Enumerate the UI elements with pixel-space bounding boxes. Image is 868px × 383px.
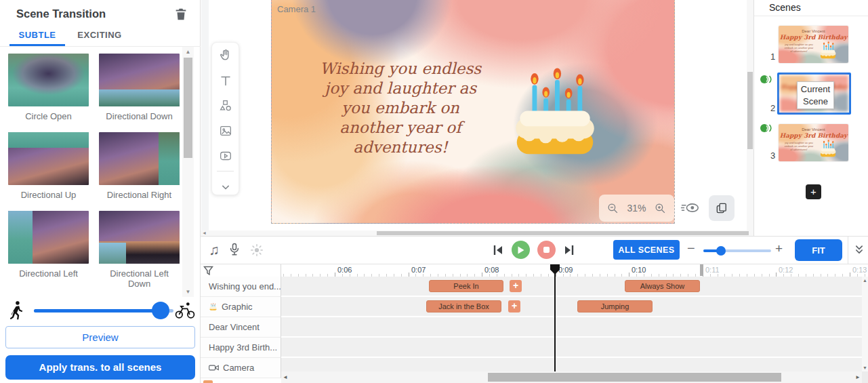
pan-hand-tool[interactable]	[212, 43, 239, 68]
scene-card-blurb: joy and laughter as you embark on anothe…	[784, 43, 814, 53]
timeline-zoom-thumb[interactable]	[716, 246, 726, 256]
timeline-zoom-slider[interactable]	[703, 249, 771, 252]
canvas-vscrollbar-thumb[interactable]	[747, 72, 753, 149]
text-tool[interactable]	[212, 68, 239, 93]
tab-exciting[interactable]: EXCITING	[73, 27, 126, 46]
birthday-cake-graphic[interactable]	[503, 60, 606, 163]
transition-toggle-1[interactable]	[760, 74, 773, 87]
scrollbar-thumb[interactable]	[184, 58, 192, 158]
zoom-in-button[interactable]	[654, 202, 667, 215]
card-text[interactable]: Wishing you endlessjoy and laughter asyo…	[299, 59, 502, 157]
timeline-row-label[interactable]: Graphic	[201, 297, 281, 317]
timeline-zoom-in-button[interactable]: +	[775, 241, 783, 256]
timeline-hscroll-right-arrow[interactable]: ►	[855, 371, 861, 383]
scene-3-preview: Dear Vincent Happy 3rd Birthday joy and …	[779, 124, 848, 161]
timeline-lane[interactable]	[281, 317, 862, 336]
skip-to-end-button[interactable]	[563, 244, 575, 256]
timeline-hscroll-left-arrow[interactable]: ◄	[283, 371, 288, 383]
transition-speed-slider[interactable]	[34, 309, 173, 313]
timeline-bar[interactable]: Peek In	[429, 280, 503, 292]
timeline-bar[interactable]: Jumping	[577, 300, 653, 313]
transition-thumbnail[interactable]	[99, 132, 180, 185]
music-button[interactable]: ♫	[209, 242, 220, 258]
zoom-out-button[interactable]	[606, 202, 619, 215]
transition-card[interactable]: Directional Left	[8, 211, 89, 289]
scene-item-1[interactable]: Dear Vincent Happy 3rd Birthday joy and …	[779, 26, 848, 63]
transition-scrollbar[interactable]: ▲ ▼	[182, 47, 194, 297]
apply-transition-button[interactable]: Apply trans. to all scenes	[5, 355, 195, 380]
scene-item-2-current[interactable]: Happy 3rd Birthday Current Scene	[777, 73, 851, 115]
transition-toggle-2[interactable]	[760, 123, 773, 136]
add-scene-button[interactable]: +	[806, 184, 821, 199]
scene-item-3[interactable]: Dear Vincent Happy 3rd Birthday joy and …	[779, 124, 848, 161]
timeline-bar[interactable]: Jack in the Box	[426, 300, 501, 313]
transition-label: Directional Left Down	[99, 268, 180, 289]
scrollbar-down-arrow[interactable]: ▼	[182, 287, 194, 297]
row-label-text: Wishing you end...	[209, 281, 281, 291]
ruler-time-label: 0:11	[705, 266, 720, 274]
stage-canvas[interactable]: Camera 1 Wishing you endlessjoy and laug…	[271, 0, 675, 224]
collapse-timeline-button[interactable]	[852, 243, 866, 257]
skip-to-start-button[interactable]	[492, 244, 504, 256]
add-effect-button[interactable]: +	[508, 300, 520, 313]
image-tool[interactable]	[212, 118, 239, 143]
transition-thumbnail[interactable]	[99, 211, 180, 264]
timeline-row-label[interactable]: Happy 3rd Birth...	[201, 338, 281, 358]
microphone-button[interactable]	[228, 242, 241, 258]
audio-controls: ♫	[209, 242, 264, 258]
fit-button[interactable]: FIT	[795, 239, 842, 261]
transition-card[interactable]: Directional Left Down	[99, 211, 180, 289]
brightness-button[interactable]	[249, 243, 264, 258]
timeline-row-label[interactable]: Camera	[201, 358, 281, 378]
trash-icon	[173, 7, 188, 22]
timeline-bar[interactable]: Always Show	[625, 280, 700, 292]
scene-card-to: Dear Vincent	[779, 127, 848, 132]
timeline-hscroll-thumb[interactable]	[488, 373, 781, 382]
toolbar-more-button[interactable]	[212, 174, 239, 199]
tab-subtle[interactable]: SUBTLE	[9, 27, 65, 46]
transition-grid: Circle OpenDirectional DownDirectional U…	[8, 54, 182, 297]
scene-cake-icon	[818, 40, 838, 60]
canvas-hscrollbar-thumb[interactable]	[377, 231, 749, 235]
timeline-vscroll-up-arrow[interactable]: ▲	[862, 278, 868, 283]
preview-button[interactable]: Preview	[5, 326, 195, 348]
timeline-lane[interactable]: Peek InAlways Show+	[281, 277, 862, 296]
timeline-zoom-out-button[interactable]: −	[687, 241, 695, 256]
timeline-ruler[interactable]: 0:060:070:080:090:100:110:120:13	[281, 264, 868, 277]
transition-thumbnail[interactable]	[8, 211, 89, 264]
hscrollbar-left-arrow[interactable]: ◄	[202, 230, 207, 236]
transition-thumbnail[interactable]	[8, 132, 89, 185]
add-effect-button[interactable]: +	[510, 280, 522, 292]
skip-end-icon	[563, 244, 575, 256]
duplicate-button[interactable]	[709, 195, 735, 221]
transition-card[interactable]: Directional Right	[99, 132, 180, 200]
scrollbar-up-arrow[interactable]: ▲	[182, 47, 194, 57]
transition-card[interactable]: Directional Down	[99, 54, 180, 121]
transition-thumbnail[interactable]	[8, 54, 89, 106]
timeline-row-label[interactable]: Wishing you end...	[201, 277, 281, 297]
timeline-vscroll-down-arrow[interactable]: ▼	[862, 365, 868, 370]
timeline-vertical-scrollbar[interactable]: ▲ ▼	[862, 277, 868, 371]
transition-card[interactable]: Circle Open	[8, 54, 89, 121]
speed-slider-thumb[interactable]	[152, 302, 169, 319]
video-tool[interactable]	[212, 143, 239, 168]
timeline-horizontal-scrollbar[interactable]: ◄ ►	[281, 371, 862, 383]
all-scenes-button[interactable]: ALL SCENES	[613, 240, 680, 260]
transition-card[interactable]: Directional Up	[8, 132, 89, 200]
timeline-row-label[interactable]: Dear Vincent	[201, 317, 281, 338]
scene-1-preview: Dear Vincent Happy 3rd Birthday joy and …	[779, 26, 848, 63]
controls-divider	[848, 237, 848, 264]
preview-visibility-button[interactable]	[680, 200, 701, 219]
play-button[interactable]	[512, 241, 530, 259]
stop-button[interactable]	[537, 241, 556, 259]
timeline-lane[interactable]: Jack in the BoxJumping+	[281, 297, 862, 316]
delete-transition-button[interactable]	[173, 7, 190, 23]
shapes-tool[interactable]	[212, 93, 239, 118]
scene-number-2: 2	[770, 103, 775, 113]
canvas-vertical-scrollbar[interactable]	[747, 0, 753, 230]
transition-label: Directional Left	[8, 268, 89, 279]
transition-applied-icon	[760, 74, 773, 85]
transition-thumbnail[interactable]	[99, 54, 180, 106]
canvas-horizontal-scrollbar[interactable]: ◄	[201, 230, 753, 236]
timeline-lane[interactable]	[281, 338, 862, 357]
